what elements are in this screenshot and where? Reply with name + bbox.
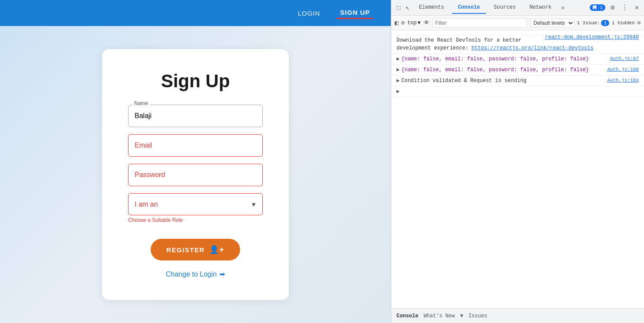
context-label: top xyxy=(407,20,417,26)
devtools-tabs-bar: ⬚ ↖ Elements Console Sources Network » 🖪… xyxy=(391,0,644,16)
log-levels-select[interactable]: Default levels xyxy=(530,19,575,27)
email-form-group xyxy=(128,134,263,157)
navbar: LOGIN SIGN UP xyxy=(0,0,391,26)
devtools-console[interactable]: react-dom.development.js:29840 Download … xyxy=(391,30,644,308)
expand-arrow-icon[interactable]: ▶ xyxy=(396,88,400,96)
app-content: Sign Up Name I am an Student xyxy=(0,26,391,323)
no-icon[interactable]: ⊘ xyxy=(401,19,404,26)
pointer-icon[interactable]: ↖ xyxy=(404,3,411,13)
devtools-bottom-bar: Console What's New ▼ Issues xyxy=(391,308,644,323)
register-label: REGISTER xyxy=(166,246,205,254)
password-input[interactable] xyxy=(128,164,263,186)
person-add-icon: 👤+ xyxy=(209,245,225,254)
issue-count-badge: 1 xyxy=(601,20,609,26)
nav-login[interactable]: LOGIN xyxy=(294,8,324,19)
tab-elements[interactable]: Elements xyxy=(413,2,450,14)
register-button[interactable]: REGISTER 👤+ xyxy=(151,239,240,260)
console-left-5: ▶Condition validated & Request is sendin… xyxy=(396,77,604,85)
bottom-tab-whats-new[interactable]: What's New xyxy=(423,311,455,321)
name-label: Name xyxy=(132,100,150,106)
console-obj-4: {name: false, email: false, password: fa… xyxy=(401,67,589,73)
console-filter-input[interactable] xyxy=(432,18,527,28)
settings-icon[interactable]: ⚙ xyxy=(609,3,616,13)
inspect-icon[interactable]: ⬚ xyxy=(395,3,402,13)
change-login-label: Change to Login xyxy=(166,270,217,278)
arrow-right-icon: ➡ xyxy=(219,270,225,278)
more-tabs-icon[interactable]: » xyxy=(559,4,566,11)
tab-console[interactable]: Console xyxy=(452,2,486,14)
eye-icon[interactable]: 👁 xyxy=(423,20,429,26)
nav-signup[interactable]: SIGN UP xyxy=(337,7,373,19)
console-line-1: react-dom.development.js:29840 xyxy=(391,32,644,35)
context-selector[interactable]: top ▼ xyxy=(407,20,421,26)
bottom-tab-chevron[interactable]: ▼ xyxy=(460,313,463,319)
tab-sources[interactable]: Sources xyxy=(488,2,522,14)
email-input[interactable] xyxy=(128,134,263,157)
devtools-link[interactable]: https://reactjs.org/link/react-devtools xyxy=(472,45,594,51)
console-line-3: ▶{name: false, email: false, password: f… xyxy=(391,54,644,65)
role-error: Choose a Suitable Role xyxy=(128,217,263,223)
signup-card: Sign Up Name I am an Student xyxy=(102,49,289,300)
role-select-wrapper: I am an Student Teacher Admin ▼ xyxy=(128,193,263,215)
expand-icon-5[interactable]: ▶ xyxy=(396,77,400,85)
context-chevron-icon: ▼ xyxy=(417,20,420,26)
console-line-4: ▶{name: false, email: false, password: f… xyxy=(391,65,644,76)
bottom-tab-console[interactable]: Console xyxy=(396,311,418,321)
role-select[interactable]: I am an Student Teacher Admin xyxy=(128,193,263,215)
expand-icon-4[interactable]: ▶ xyxy=(396,66,400,74)
file-link-1[interactable]: react-dom.development.js:29840 xyxy=(545,33,639,41)
sidebar-toggle-icon[interactable]: ◧ xyxy=(395,19,398,26)
devtools-tab-icons: 🖪 1 ⚙ ⋮ ✕ xyxy=(590,3,641,13)
card-title: Sign Up xyxy=(161,71,230,92)
expand-icon-3[interactable]: ▶ xyxy=(396,55,400,63)
console-obj-3: {name: false, email: false, password: fa… xyxy=(401,56,589,62)
console-line-5: ▶Condition validated & Request is sendin… xyxy=(391,76,644,86)
change-login-link[interactable]: Change to Login ➡ xyxy=(166,270,225,278)
issue-count-label: 1 Issue: xyxy=(577,20,600,26)
issue-badge: 1 Issue: 1 xyxy=(577,20,609,26)
bottom-tab-issues[interactable]: Issues xyxy=(469,311,487,321)
name-form-group: Name xyxy=(128,105,263,127)
console-text-5: Condition validated & Request is sending xyxy=(401,78,526,84)
message-badge: 🖪 1 xyxy=(590,4,605,11)
file-ref-5[interactable]: Auth.js:103 xyxy=(607,77,639,84)
close-icon[interactable]: ✕ xyxy=(633,3,641,13)
more-options-icon[interactable]: ⋮ xyxy=(620,3,630,13)
file-ref-4[interactable]: Auth.js:100 xyxy=(607,66,639,73)
console-left-3: ▶{name: false, email: false, password: f… xyxy=(396,55,607,63)
tab-network[interactable]: Network xyxy=(524,2,558,14)
devtools-toolbar: ◧ ⊘ top ▼ 👁 Default levels 1 Issue: 1 1 … xyxy=(391,16,644,30)
file-ref-3[interactable]: Auth.js:87 xyxy=(610,55,639,63)
devtools-panel: ⬚ ↖ Elements Console Sources Network » 🖪… xyxy=(391,0,644,323)
console-settings-icon[interactable]: ⚙ xyxy=(637,20,641,26)
console-left-4: ▶{name: false, email: false, password: f… xyxy=(396,66,604,74)
role-form-group: I am an Student Teacher Admin ▼ Choose a… xyxy=(128,193,263,223)
name-input[interactable] xyxy=(128,105,263,127)
hidden-count: 1 hidden xyxy=(612,20,635,26)
console-expand-area[interactable]: ▶ xyxy=(391,86,644,97)
password-form-group xyxy=(128,164,263,186)
